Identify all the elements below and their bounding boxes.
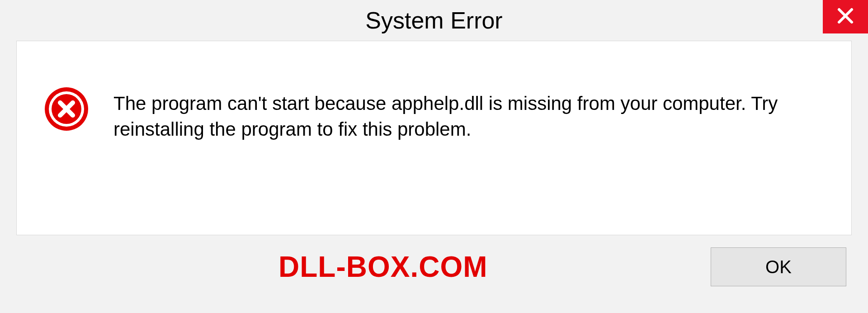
error-icon-wrapper bbox=[44, 86, 89, 133]
content-panel: The program can't start because apphelp.… bbox=[16, 41, 852, 235]
watermark-text: DLL-BOX.COM bbox=[278, 250, 488, 284]
error-icon bbox=[44, 125, 89, 133]
footer: DLL-BOX.COM OK bbox=[16, 235, 852, 299]
ok-button-label: OK bbox=[765, 257, 792, 277]
ok-button[interactable]: OK bbox=[711, 247, 846, 286]
error-message: The program can't start because apphelp.… bbox=[113, 91, 824, 142]
window-title: System Error bbox=[365, 7, 502, 34]
titlebar: System Error bbox=[0, 0, 868, 41]
close-icon bbox=[836, 7, 854, 27]
close-button[interactable] bbox=[823, 0, 868, 33]
